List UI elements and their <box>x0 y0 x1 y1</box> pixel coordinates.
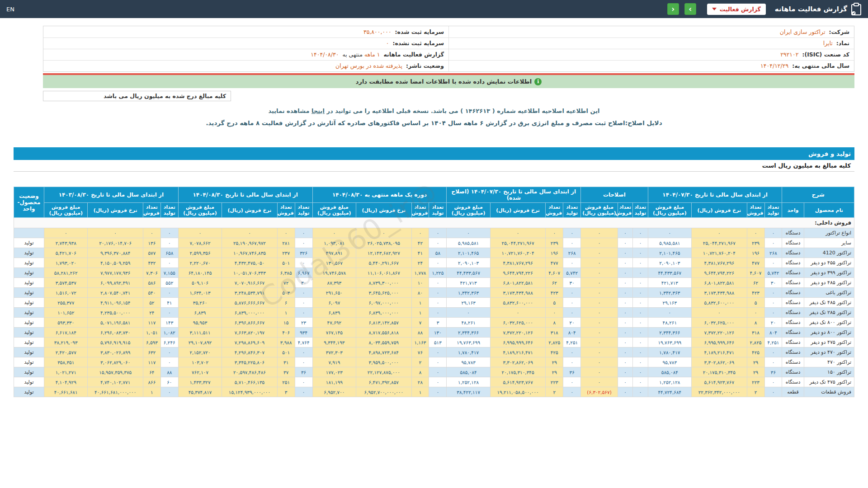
cell-y1404_07-amount: ۲,۱۰۱,۴۶۵ <box>648 248 691 258</box>
cell-y1404_08-sold: ۰ <box>277 228 295 238</box>
report-type-dropdown[interactable]: گزارش فعالیت <box>707 4 766 15</box>
cell-status: تولید <box>14 268 44 278</box>
info-row-3: کد صنعت (ISIC): ۲۹۲۱۰۲ گزارش فعالیت ماها… <box>43 49 854 60</box>
cell-corrected-amount: ۱۹,۷۶۳,۶۹۹ <box>447 338 490 347</box>
symbol-link[interactable]: تایرا <box>823 40 833 47</box>
cell-y1404_08-amount: ۷۶۲,۱۰۷ <box>178 367 222 377</box>
cell-y1404_07-sold: ۶۲ <box>747 278 764 288</box>
cell-name: سایر <box>804 238 854 248</box>
cell-y1404_08-prod: ۰ <box>295 387 312 397</box>
col-group-6: از ابتدای سال مالی تا تاریخ ۱۴۰۳/۰۸/۳۰ <box>44 187 178 203</box>
cell-month-prod: ۵۸ <box>429 248 447 258</box>
cell-month-prod: ۰ <box>429 387 447 397</box>
unregistered-capital-label: سرمایه ثبت نشده: <box>392 40 444 47</box>
cell-corrected-prod: ۳۶ <box>563 367 581 377</box>
report-period-date: ۱۴۰۴/۰۸/۳۰ <box>311 51 339 58</box>
table-row: تراکتور ۸۰۰ تک دیفردستگاه۲۰۸۶,۰۳۲,۶۲۵,۰۰… <box>14 318 854 328</box>
cell-status: تولید <box>14 278 44 288</box>
cell-month-rate: ۸,۷۱۷,۵۵۶,۸۱۸ <box>356 328 411 338</box>
cell-amend-rate: ۰ <box>581 288 618 298</box>
cell-month-amount: ۶,۰۹۷ <box>312 298 356 308</box>
cell-y1403_08-prod: ۱,۰۸۲ <box>160 328 178 338</box>
language-link-en[interactable]: EN <box>6 6 14 13</box>
cell-amend-rate: ۰ <box>581 238 618 248</box>
cell-y1404_08-prod: ۴,۷۶۴ <box>295 338 312 347</box>
cell-month-amount: ۱,۰۹۳,۰۸۱ <box>312 238 356 248</box>
cell-month-sold: ۸۰ <box>411 288 429 298</box>
cell-amend-sold: ۰ <box>618 328 632 338</box>
cell-unit: دستگاه <box>782 377 804 387</box>
cell-y1404_08-prod: ۰ <box>295 377 312 387</box>
table-row: تراکتور 4120دستگاه۲۶۸۱۹۶۱۰,۷۲۱,۷۶۰,۲۰۴۲,… <box>14 248 854 258</box>
info-row-2: نماد: تایرا سرمایه ثبت نشده: ۰ <box>43 38 854 49</box>
cell-y1403_08-prod: ۰ <box>160 228 178 238</box>
cell-y1403_08-amount: ۲,۷۴۳,۹۳۸ <box>44 238 87 248</box>
next-report-button[interactable]: › <box>684 3 696 15</box>
cell-y1404_08-sold: ۱۵ <box>277 318 295 328</box>
products-tbody: فروش داخلی:انواع تراکتوردستگاه۰۰۰۰۰۰۰۰۰۰… <box>14 218 854 397</box>
cell-month-rate: ۳,۶۴۵,۶۲۵,۰۰۰ <box>356 288 411 298</box>
cell-month-prod: ۰ <box>429 288 447 298</box>
cell-y1403_08-amount: ۴,۱۰۴,۹۲۹ <box>44 377 87 387</box>
cell-amend-sold: ۰ <box>618 318 632 328</box>
col-group-2: اصلاحات <box>581 187 648 203</box>
cell-month-amount: ۶,۹۵۲,۷۰۰ <box>312 387 356 397</box>
isic-value: ۲۹۲۱۰۲ <box>780 51 798 58</box>
chevron-right-icon: › <box>689 5 692 14</box>
cell-corrected-rate: ۴,۱۸۹,۲۱۶,۴۷۱ <box>490 347 545 357</box>
cell-status: تولید <box>14 347 44 357</box>
cell-month-rate: ۶,۹۵۲,۷۰۰,۰۰۰,۰۰۰ <box>356 387 411 397</box>
cell-y1404_07-rate: ۵,۶۱۴,۹۲۳,۷۶۷ <box>692 377 747 387</box>
amendment-reason-line: دلایل اصلاح:اصلاح ثبت مصرف و مبلغ انرژی … <box>0 119 868 127</box>
cell-corrected-prod: ۰ <box>563 387 581 397</box>
cell-month-prod: ۰ <box>429 238 447 248</box>
cell-y1403_08-prod: ۰ <box>160 357 178 367</box>
cell-y1404_08-sold: ۵۰۱ <box>277 258 295 268</box>
previous-announcement-link[interactable]: اینجا <box>311 108 325 114</box>
cell-y1403_08-amount: ۶,۶۱۷,۱۸۴ <box>44 328 87 338</box>
table-row: تراکتور ۴۷۵ تک دیفردستگاه۰۲۲۳۵,۶۱۴,۹۲۳,۷… <box>14 377 854 387</box>
cell-y1404_08-rate: ۱۰,۰۵۱,۷۰۶,۳۴۳ <box>222 268 277 278</box>
col-header-rate: نرخ فروش (ریال) <box>356 203 411 218</box>
cell-amend-rate: ۰ <box>581 228 618 238</box>
cell-amend-prod: ۰ <box>633 367 648 377</box>
cell-month-rate: ۵,۴۴۰,۲۹۱,۶۶۷ <box>356 258 411 268</box>
cell-y1404_08-amount: ۶,۸۳۹ <box>178 308 222 318</box>
company-link[interactable]: تراکتور سازی ایران <box>780 28 826 35</box>
cell-month-rate: ۴,۸۹۸,۷۲۳,۶۸۴ <box>356 347 411 357</box>
cell-corrected-sold: ۰ <box>546 308 563 318</box>
cell-month-amount: ۴۷,۶۹۲ <box>312 318 356 328</box>
cell-month-amount: ۴۹۷,۸۹۱ <box>312 248 356 258</box>
cell-y1403_08-prod: ۶,۲۴۶ <box>160 338 178 347</box>
cell-y1404_07-prod: ۸۰۴ <box>764 328 782 338</box>
col-header-rate: نرخ فروش (ریال) <box>88 203 143 218</box>
symbol-label: نماد: <box>836 40 849 47</box>
cell-corrected-sold: ۴۲۳ <box>546 288 563 298</box>
cell-y1403_08-prod: ۱۴۳ <box>160 318 178 328</box>
cell-y1404_07-prod: ۴,۲۵۱ <box>764 338 782 347</box>
cell-y1404_07-amount: ۰ <box>648 308 691 318</box>
cell-corrected-prod: ۴,۲۵۱ <box>563 338 581 347</box>
cell-amend-prod: ۰ <box>633 377 648 387</box>
cell-amend-rate: ۰ <box>581 278 618 288</box>
cell-month-prod: ۵۱۳ <box>429 338 447 347</box>
cell-y1404_08-sold: ۳۷ <box>277 367 295 377</box>
section-header-production-sales: تولید و فروش <box>14 147 854 160</box>
cell-corrected-prod: ۰ <box>563 357 581 367</box>
cell-corrected-amount: ۱,۷۸۰,۴۱۷ <box>447 347 490 357</box>
signature-match-text: اطلاعات نمایش داده شده با اطلاعات امضا ش… <box>356 78 532 85</box>
cell-y1404_07-rate: ۹,۶۴۴,۷۹۴,۲۲۶ <box>692 268 747 278</box>
cell-amend-sold: ۰ <box>618 357 632 367</box>
cell-y1404_07-rate: ۵,۸۳۲,۶۰۰,۰۰۰ <box>692 298 747 308</box>
cell-month-sold: ۲ <box>411 357 429 367</box>
cell-unit: دستگاه <box>782 278 804 288</box>
cell-y1403_08-sold: ۵۸۶ <box>143 278 160 288</box>
cell-month-prod: ۰ <box>429 367 447 377</box>
report-period-length: ۱ ماهه <box>364 51 380 58</box>
cell-unit: دستگاه <box>782 338 804 347</box>
cell-y1404_08-prod: ۳۶ <box>295 367 312 377</box>
cell-y1404_08-prod: ۰ <box>295 298 312 308</box>
cell-corrected-amount: ۴۴,۴۳۳,۵۶۷ <box>447 268 490 278</box>
cell-y1404_07-prod: ۳۰ <box>764 278 782 288</box>
prev-report-button[interactable]: ‹ <box>667 3 679 15</box>
